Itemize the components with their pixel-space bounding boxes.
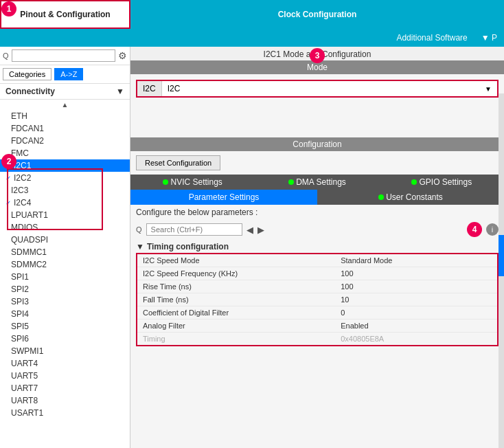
search-bar: Q ⚙ bbox=[0, 47, 130, 65]
content-area: 3 I2C1 Mode and Configuration Mode I2C I… bbox=[130, 47, 504, 448]
sidebar: Q ⚙ Categories A->Z Connectivity ▼ ▲ bbox=[0, 47, 130, 448]
timing-table: I2C Speed Mode Standard Mode I2C Speed F… bbox=[137, 254, 497, 345]
scrollbar[interactable] bbox=[499, 93, 504, 448]
sidebar-item-i2c1[interactable]: ✓ I2C1 bbox=[0, 159, 130, 172]
tab-nvic[interactable]: NVIC Settings bbox=[130, 175, 255, 190]
info-icon[interactable]: i bbox=[486, 223, 499, 236]
next-icon[interactable]: ▶ bbox=[257, 225, 264, 235]
sidebar-item-sdmmc2[interactable]: SDMMC2 bbox=[0, 258, 130, 271]
sidebar-item-spi6[interactable]: SPI6 bbox=[0, 333, 130, 345]
param-value: 0x40805E8A bbox=[335, 333, 497, 346]
settings-tabs-row2: Parameter Settings User Constants bbox=[130, 190, 504, 205]
configuration-label: Configuration bbox=[130, 137, 504, 151]
search-small-icon: Q bbox=[136, 225, 142, 234]
param-name: Rise Time (ns) bbox=[137, 280, 335, 293]
param-value: 10 bbox=[335, 293, 497, 306]
table-row: Analog Filter Enabled bbox=[137, 320, 497, 333]
sidebar-item-usart1[interactable]: USART1 bbox=[0, 407, 130, 419]
param-name: Fall Time (ns) bbox=[137, 293, 335, 306]
dma-dot-icon bbox=[288, 179, 294, 185]
param-name: I2C Speed Mode bbox=[137, 254, 335, 267]
chevron-down-icon: ▼ bbox=[116, 87, 124, 96]
table-row: I2C Speed Frequency (KHz) 100 bbox=[137, 267, 497, 280]
sidebar-item-i2c3[interactable]: I2C3 bbox=[0, 184, 130, 197]
tab-parameter[interactable]: Parameter Settings bbox=[130, 190, 317, 205]
sidebar-item-eth[interactable]: ETH bbox=[0, 110, 130, 122]
i2c-label: I2C bbox=[137, 81, 162, 96]
sidebar-item-spi1[interactable]: SPI1 bbox=[0, 271, 130, 283]
param-value: Enabled bbox=[335, 320, 497, 333]
sidebar-item-uart7[interactable]: UART7 bbox=[0, 382, 130, 394]
badge-3: 3 bbox=[310, 48, 325, 63]
tab-gpio[interactable]: GPIO Settings bbox=[380, 175, 504, 190]
param-value: 100 bbox=[335, 267, 497, 280]
sidebar-item-mdios[interactable]: MDIOS bbox=[0, 221, 130, 234]
sub-header: Additional Software ▼ P bbox=[0, 29, 504, 47]
timing-header[interactable]: ▼ Timing configuration bbox=[136, 242, 499, 251]
mode-select[interactable]: I2C bbox=[162, 81, 497, 96]
sidebar-item-fdcan1[interactable]: FDCAN1 bbox=[0, 122, 130, 135]
search-input[interactable] bbox=[12, 49, 115, 62]
scrollbar-thumb[interactable] bbox=[499, 235, 504, 276]
reset-configuration-button[interactable]: Reset Configuration bbox=[136, 155, 220, 170]
sidebar-tab-bar: Categories A->Z bbox=[0, 65, 130, 84]
sidebar-item-sdmmc1[interactable]: SDMMC1 bbox=[0, 246, 130, 258]
table-row: I2C Speed Mode Standard Mode bbox=[137, 254, 497, 267]
sidebar-item-i2c2[interactable]: ✓ I2C2 bbox=[0, 172, 130, 184]
badge-4: 4 bbox=[467, 222, 482, 237]
check-icon-i2c4: ✓ bbox=[5, 199, 11, 207]
check-icon-i2c2: ✓ bbox=[5, 175, 11, 182]
sidebar-item-spi3[interactable]: SPI3 bbox=[0, 295, 130, 308]
sidebar-item-uart4[interactable]: UART4 bbox=[0, 357, 130, 370]
badge-2: 2 bbox=[1, 154, 16, 169]
table-row: Timing 0x40805E8A bbox=[137, 333, 497, 346]
mode-content: I2C I2C ▼ bbox=[130, 74, 504, 103]
sidebar-item-i2c4[interactable]: ✓ I2C4 bbox=[0, 197, 130, 209]
sidebar-item-swpmi1[interactable]: SWPMI1 bbox=[0, 345, 130, 357]
nvic-dot-icon bbox=[163, 179, 168, 185]
table-row: Fall Time (ns) 10 bbox=[137, 293, 497, 306]
timing-section: ▼ Timing configuration I2C Speed Mode St… bbox=[130, 239, 504, 448]
configure-text: Configure the below parameters : bbox=[130, 205, 504, 220]
categories-tab[interactable]: Categories bbox=[3, 68, 51, 80]
sidebar-item-fmc[interactable]: FMC bbox=[0, 147, 130, 159]
param-name: Timing bbox=[137, 333, 335, 346]
connectivity-header[interactable]: Connectivity ▼ bbox=[0, 84, 130, 100]
sidebar-item-spi5[interactable]: SPI5 bbox=[0, 320, 130, 333]
param-name: Coefficient of Digital Filter bbox=[137, 306, 335, 320]
clock-tab[interactable]: Clock Configuration bbox=[130, 0, 504, 29]
sidebar-item-uart8[interactable]: UART8 bbox=[0, 394, 130, 407]
sidebar-item-fdcan2[interactable]: FDCAN2 bbox=[0, 135, 130, 147]
sidebar-item-uart5[interactable]: UART5 bbox=[0, 370, 130, 382]
prev-icon[interactable]: ◀ bbox=[247, 225, 253, 235]
tab-user-constants[interactable]: User Constants bbox=[317, 190, 504, 205]
param-value: Standard Mode bbox=[335, 254, 497, 267]
badge-1: 1 bbox=[1, 1, 16, 16]
param-name: I2C Speed Frequency (KHz) bbox=[137, 267, 335, 280]
sidebar-item-spi2[interactable]: SPI2 bbox=[0, 283, 130, 295]
pinout-tab[interactable]: Pinout & Configuration bbox=[0, 0, 130, 29]
param-search-input[interactable] bbox=[146, 223, 242, 236]
table-row: Rise Time (ns) 100 bbox=[137, 280, 497, 293]
sidebar-item-lpuart1[interactable]: LPUART1 bbox=[0, 209, 130, 221]
table-row: Coefficient of Digital Filter 0 bbox=[137, 306, 497, 320]
param-search-row: Q ◀ ▶ 4 i bbox=[130, 220, 504, 239]
sidebar-item-spi4[interactable]: SPI4 bbox=[0, 308, 130, 320]
sidebar-list: ETH FDCAN1 FDCAN2 FMC ✓ I2C1 ✓ I2C2 bbox=[0, 110, 130, 448]
param-value: 100 bbox=[335, 280, 497, 293]
param-name: Analog Filter bbox=[137, 320, 335, 333]
user-constants-dot-icon bbox=[378, 194, 384, 200]
tab-dma[interactable]: DMA Settings bbox=[255, 175, 379, 190]
az-tab[interactable]: A->Z bbox=[54, 68, 83, 80]
gpio-dot-icon bbox=[411, 179, 417, 185]
sidebar-item-quadspi[interactable]: QUADSPI bbox=[0, 234, 130, 246]
settings-tabs: NVIC Settings DMA Settings GPIO Settings bbox=[130, 175, 504, 190]
gear-icon[interactable]: ⚙ bbox=[118, 50, 127, 61]
chevron-timing-icon: ▼ bbox=[136, 242, 144, 251]
param-value: 0 bbox=[335, 306, 497, 320]
